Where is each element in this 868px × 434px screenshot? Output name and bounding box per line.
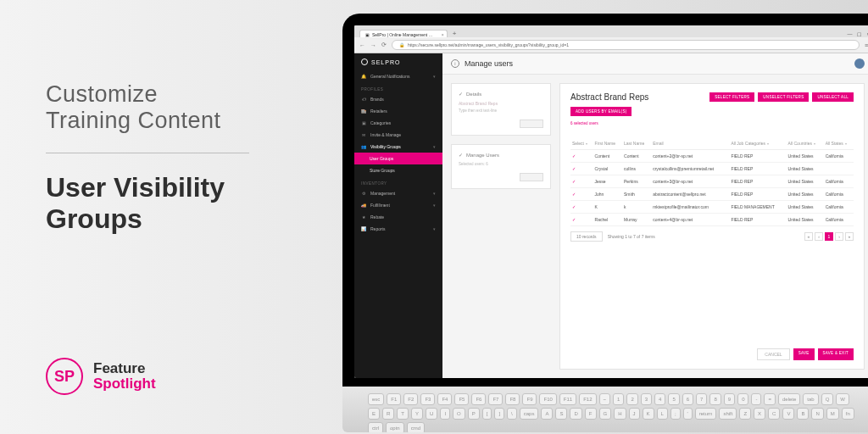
brand-logo[interactable]: SELPRO bbox=[354, 53, 442, 70]
pager-last-icon[interactable]: » bbox=[845, 232, 854, 241]
page-size-select[interactable]: 10 records bbox=[570, 231, 603, 242]
browser-tab[interactable]: ▣ SellPro | Online Management … × bbox=[359, 30, 448, 37]
cell-email: crystalcollins@premiumretail.net bbox=[651, 163, 729, 175]
keyboard-key: optn bbox=[386, 422, 404, 432]
keyboard-key: 8 bbox=[709, 393, 721, 405]
sidebar-item-retailers[interactable]: 🏬Retailers bbox=[354, 105, 442, 117]
sidebar-item-brands[interactable]: 🏷Brands bbox=[354, 93, 442, 105]
nav-fwd-icon[interactable]: → bbox=[370, 42, 376, 48]
address-bar[interactable]: 🔒 https://secure.sellpro.net/admin/manag… bbox=[392, 40, 860, 50]
avatar[interactable] bbox=[854, 58, 865, 69]
card-title: Manage Users bbox=[466, 153, 499, 158]
sidebar-item-visibility-groups[interactable]: 👥Visibility Groups▾ bbox=[354, 141, 442, 153]
sidebar-item-reports[interactable]: 📊Reports▾ bbox=[354, 223, 442, 235]
keyboard-key: H bbox=[614, 408, 626, 420]
promo-divider bbox=[46, 153, 249, 153]
gear-icon: ⚙ bbox=[361, 191, 366, 196]
keyboard-key: 3 bbox=[641, 393, 652, 405]
sidebar-item-fulfillment[interactable]: 🚚Fulfillment▾ bbox=[354, 199, 442, 211]
browser-menu-icon[interactable]: ≡ bbox=[865, 42, 868, 48]
cell-state: California bbox=[824, 201, 854, 214]
info-icon[interactable]: i bbox=[451, 59, 459, 68]
check-icon: ✓ bbox=[459, 91, 463, 97]
table-row: ✓JohnSmithabstractcontent@sellpro.netFIE… bbox=[570, 188, 854, 201]
unselect-all-button[interactable]: UNSELECT ALL bbox=[812, 92, 854, 102]
cell-last: Murray bbox=[622, 214, 651, 226]
invite-icon: ✉ bbox=[361, 132, 366, 137]
url-text: https://secure.sellpro.net/admin/manage_… bbox=[408, 42, 569, 47]
cell-email: abstractcontent@sellpro.net bbox=[651, 188, 729, 201]
pager-first-icon[interactable]: « bbox=[804, 232, 813, 241]
row-checkbox[interactable]: ✓ bbox=[570, 201, 593, 214]
add-users-by-email-button[interactable]: ADD USERS BY EMAIL(S) bbox=[570, 107, 632, 116]
keyboard-key: F5 bbox=[454, 393, 469, 405]
sidebar-item-categories[interactable]: ▣Categories bbox=[354, 117, 442, 129]
column-header[interactable]: Last Name bbox=[622, 137, 651, 150]
column-header[interactable]: All Countries▾ bbox=[787, 137, 824, 150]
save-button[interactable]: SAVE bbox=[793, 348, 815, 360]
keyboard-key: F2 bbox=[403, 393, 418, 405]
column-header[interactable]: Email bbox=[651, 137, 729, 150]
keyboard-key: = bbox=[764, 393, 776, 405]
column-header[interactable]: All States▾ bbox=[824, 137, 854, 150]
row-checkbox[interactable]: ✓ bbox=[570, 163, 593, 175]
details-edit-button[interactable] bbox=[520, 120, 543, 128]
unselect-filters-button[interactable]: UNSELECT FILTERS bbox=[758, 92, 809, 102]
pager-prev-icon[interactable]: ‹ bbox=[815, 232, 823, 241]
select-filters-button[interactable]: SELECT FILTERS bbox=[709, 92, 754, 102]
cell-first: K bbox=[593, 201, 622, 214]
cell-last: k bbox=[622, 201, 651, 214]
sidebar-section-profiles: PROFILES bbox=[354, 82, 442, 93]
row-checkbox[interactable]: ✓ bbox=[570, 175, 593, 188]
tab-favicon-icon: ▣ bbox=[365, 32, 370, 37]
keyboard-key: R bbox=[382, 408, 394, 420]
keyboard-key: X bbox=[754, 408, 765, 420]
nav-reload-icon[interactable]: ⟳ bbox=[381, 42, 387, 48]
keyboard-key: O bbox=[453, 408, 465, 420]
keyboard-key: tab bbox=[803, 393, 818, 405]
chevron-down-icon: ▾ bbox=[433, 203, 436, 208]
table-row: ✓ContentContentcontent+2@br-sp.netFIELD … bbox=[570, 150, 854, 163]
cell-country: United States bbox=[787, 214, 824, 226]
sidebar-item-rebate[interactable]: ★Rebate bbox=[354, 211, 442, 223]
window-min-icon[interactable]: — bbox=[847, 31, 852, 37]
keyboard-key: esc bbox=[368, 393, 384, 405]
row-checkbox[interactable]: ✓ bbox=[570, 150, 593, 163]
sidebar-sub-store-groups[interactable]: Store Groups bbox=[354, 164, 442, 176]
sidebar-item-notifications[interactable]: 🔔 General Notifications ▾ bbox=[354, 70, 442, 82]
cell-state: California bbox=[824, 188, 854, 201]
keyboard-key: F1 bbox=[387, 393, 401, 405]
manage-edit-button[interactable] bbox=[520, 173, 543, 181]
nav-back-icon[interactable]: ← bbox=[359, 42, 365, 48]
keyboard-key: F8 bbox=[505, 393, 520, 405]
row-checkbox[interactable]: ✓ bbox=[570, 188, 593, 201]
sidebar-sub-user-groups[interactable]: User Groups bbox=[354, 153, 442, 164]
table-row: ✓Crystalcollinscrystalcollins@premiumret… bbox=[570, 163, 854, 175]
cell-job: FIELD REP bbox=[729, 175, 786, 188]
close-tab-icon[interactable]: × bbox=[442, 32, 444, 37]
column-header[interactable]: All Job Categories▾ bbox=[729, 137, 786, 150]
cell-last: Content bbox=[622, 150, 651, 163]
selected-users-count: 6 bbox=[486, 162, 488, 166]
save-exit-button[interactable]: SAVE & EXIT bbox=[818, 348, 854, 360]
column-header[interactable]: First Name bbox=[593, 137, 622, 150]
pager-current[interactable]: 1 bbox=[825, 232, 833, 241]
sidebar-item-management[interactable]: ⚙Management▾ bbox=[354, 187, 442, 199]
details-card: ✓Details Abstract Brand Reps Type then e… bbox=[451, 83, 551, 136]
chevron-down-icon: ▾ bbox=[433, 191, 436, 196]
keyboard-key: B bbox=[797, 408, 809, 420]
new-tab-button[interactable]: + bbox=[449, 30, 460, 37]
pager-next-icon[interactable]: › bbox=[835, 232, 843, 241]
chart-icon: 📊 bbox=[361, 226, 366, 231]
keyboard-key: J bbox=[629, 408, 640, 420]
sidebar-item-invite[interactable]: ✉Invite & Manage bbox=[354, 129, 442, 141]
row-checkbox[interactable]: ✓ bbox=[570, 214, 593, 226]
keyboard-key: 4 bbox=[654, 393, 665, 405]
window-max-icon[interactable]: ☐ bbox=[857, 31, 861, 37]
sidebar-label: Fulfillment bbox=[370, 203, 390, 208]
column-header[interactable]: Select▾ bbox=[570, 137, 593, 150]
tag-icon: 🏷 bbox=[361, 97, 366, 102]
laptop-keyboard: escF1F2F3F4F5F6F7F8F9F10F11F12~123456789… bbox=[342, 387, 868, 432]
cancel-button[interactable]: CANCEL bbox=[757, 348, 789, 360]
cell-state: California bbox=[824, 150, 854, 163]
